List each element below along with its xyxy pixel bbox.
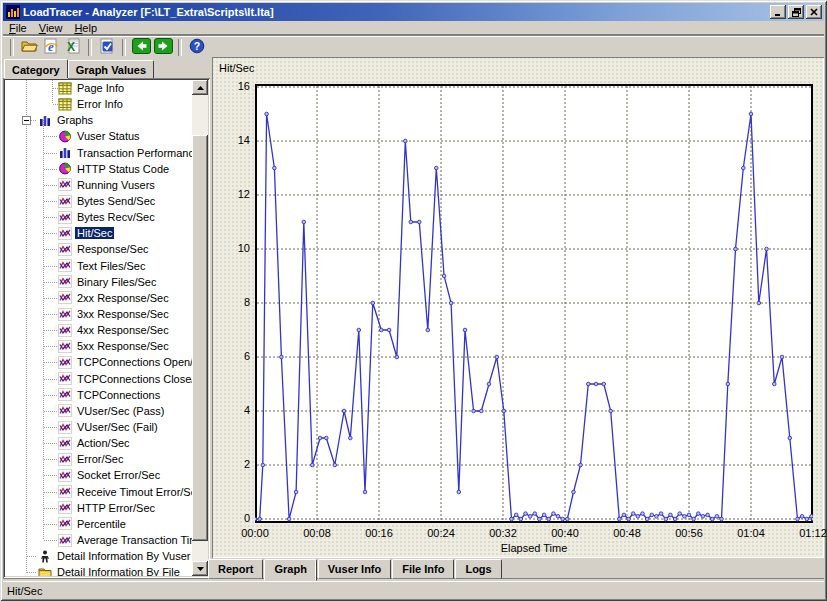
tree-connector [44,298,57,299]
tree-item-label: TCPConnections [75,389,162,401]
tree-item-bytes-recv-sec[interactable]: Bytes Recv/Sec [5,209,192,225]
forward-button[interactable] [152,38,174,58]
tree-item-socket-error-sec[interactable]: Socket Error/Sec [5,467,192,483]
tree-item-label: Page Info [75,82,126,94]
close-button[interactable] [806,5,822,19]
tree-item-error-info[interactable]: Error Info [5,96,192,112]
tree-item-transaction-performance[interactable]: Transaction Performance [5,145,192,161]
line-icon [58,388,72,401]
tab-graph-values[interactable]: Graph Values [68,60,154,78]
tree-item-label: Detail Information By Vuser [55,550,192,562]
y-tick-label: 4 [217,404,250,416]
view-tab-graph[interactable]: Graph [264,559,316,581]
tree-item-5xx-response-sec[interactable]: 5xx Response/Sec [5,338,192,354]
tree-connector [44,330,57,331]
tree-connector [44,169,57,170]
restore-button[interactable] [788,5,804,19]
excel-export-button[interactable]: X [62,38,84,58]
tree-item-percentile[interactable]: Percentile [5,516,192,532]
view-tab-logs[interactable]: Logs [455,559,501,579]
tree-item-label: Hit/Sec [75,227,114,239]
x-axis-label: Elapsed Time [474,542,594,554]
tree-item-running-vusers[interactable]: Running Vusers [5,177,192,193]
tab-category[interactable]: Category [4,59,68,78]
title-bar[interactable]: LoadTracer - Analyzer [F:\LT_Extra\Scrip… [3,3,824,21]
menu-help[interactable]: Help [68,22,103,34]
tree-item-action-sec[interactable]: Action/Sec [5,435,192,451]
tree-item-3xx-response-sec[interactable]: 3xx Response/Sec [5,306,192,322]
hit-sec-line [255,114,813,519]
x-tick-label: 01:04 [733,527,769,539]
tree-item-label: VUser/Sec (Pass) [75,405,166,417]
tree-item-4xx-response-sec[interactable]: 4xx Response/Sec [5,322,192,338]
tree-scrollbar[interactable] [192,80,208,576]
tree-item-label: HTTP Status Code [75,163,171,175]
y-tick-label: 12 [217,188,250,200]
tree-item-http-error-sec[interactable]: HTTP Error/Sec [5,500,192,516]
tree-connector [44,249,57,250]
tree-item-receive-timout-error-sec[interactable]: Receive Timout Error/Sec [5,484,192,500]
tree-item-2xx-response-sec[interactable]: 2xx Response/Sec [5,290,192,306]
tree-item-label: Vuser Status [75,130,142,142]
tree-item-detail-information-by-file[interactable]: Detail Information By File [5,564,192,576]
view-tab-file-info[interactable]: File Info [392,559,454,579]
line-icon [58,243,72,256]
y-tick-label: 10 [217,242,250,254]
open-file-button[interactable] [18,38,40,58]
tree-item-hit-sec[interactable]: Hit/Sec [5,225,192,241]
tree-item-http-status-code[interactable]: HTTP Status Code [5,161,192,177]
menu-file[interactable]: File [3,22,33,34]
help-button[interactable]: ? [186,38,208,58]
minimize-button[interactable] [770,5,786,19]
back-button[interactable] [130,38,152,58]
menu-bar: FileViewHelp [3,21,824,35]
x-tick-label: 00:56 [671,527,707,539]
tree-item-tcpconnections-open-sec[interactable]: TCPConnections Open/Sec [5,354,192,370]
excel-icon: X [65,38,81,58]
report-button[interactable] [96,38,118,58]
tree-item-binary-files-sec[interactable]: Binary Files/Sec [5,274,192,290]
restore-icon [792,8,801,17]
arrow-right-icon [154,38,173,58]
tree-item-error-sec[interactable]: Error/Sec [5,451,192,467]
scrollbar-thumb[interactable] [192,135,208,541]
y-tick-label: 14 [217,134,250,146]
view-tab-vuser-info[interactable]: Vuser Info [318,559,391,579]
tree-item-text-files-sec[interactable]: Text Files/Sec [5,258,192,274]
menu-view[interactable]: View [33,22,69,34]
tree-item-graphs[interactable]: Graphs [5,112,192,128]
view-tab-report[interactable]: Report [208,559,263,579]
x-tick-label: 00:08 [299,527,335,539]
tree-item-tcpconnections[interactable]: TCPConnections [5,387,192,403]
table-icon [58,98,72,111]
browser-view-button[interactable]: e [40,38,62,58]
toolbar-separator [178,39,182,56]
tree-item-average-transaction-time[interactable]: Average Transaction Time [5,532,192,548]
line-icon [58,534,72,547]
close-icon [810,8,818,16]
tree-connector [44,475,57,476]
scroll-up-button[interactable] [192,80,208,95]
tree-item-response-sec[interactable]: Response/Sec [5,241,192,257]
tree-item-page-info[interactable]: Page Info [5,80,192,96]
tree-connector [27,556,37,557]
tree-item-label: Response/Sec [75,243,151,255]
person-icon [38,550,52,563]
tree-item-tcpconnections-close-sec[interactable]: TCPConnections Close/Sec [5,371,192,387]
tree-item-bytes-send-sec[interactable]: Bytes Send/Sec [5,193,192,209]
tree-connector [44,492,57,493]
scroll-down-button[interactable] [192,561,208,576]
tree-item-label: Running Vusers [75,179,157,191]
chart-svg [255,84,813,523]
line-icon [58,501,72,514]
bars-icon [58,146,72,159]
line-icon [58,421,72,434]
tree-item-vuser-sec-fail-[interactable]: VUser/Sec (Fail) [5,419,192,435]
line-icon [58,372,72,385]
browser-e-icon: e [43,38,59,58]
tree-item-detail-information-by-vuser[interactable]: Detail Information By Vuser [5,548,192,564]
tree-connector [44,395,57,396]
tree-item-vuser-sec-pass-[interactable]: VUser/Sec (Pass) [5,403,192,419]
collapse-toggle-minus[interactable] [22,116,31,125]
tree-item-vuser-status[interactable]: Vuser Status [5,128,192,144]
